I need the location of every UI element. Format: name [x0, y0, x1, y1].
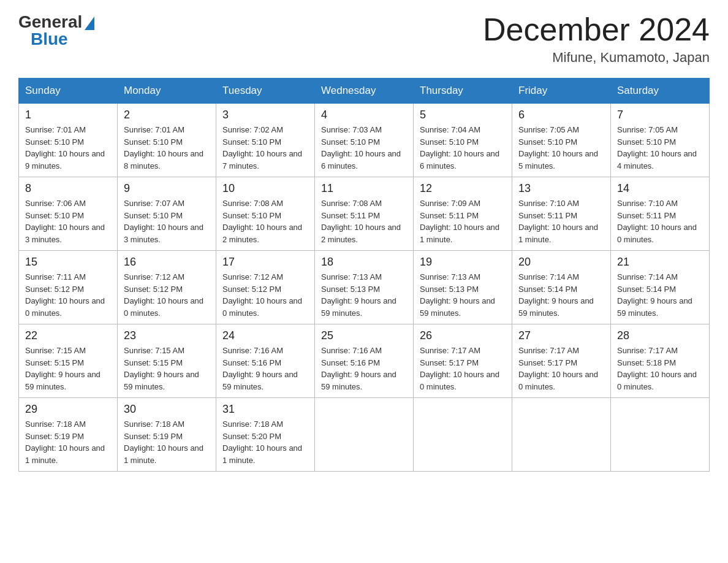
day-number: 19 — [420, 256, 506, 269]
day-info: Sunrise: 7:12 AM Sunset: 5:12 PM Dayligh… — [222, 271, 308, 319]
calendar-week-row: 22 Sunrise: 7:15 AM Sunset: 5:15 PM Dayl… — [19, 324, 710, 398]
day-number: 22 — [25, 329, 111, 342]
calendar-cell: 31 Sunrise: 7:18 AM Sunset: 5:20 PM Dayl… — [216, 398, 315, 472]
day-info: Sunrise: 7:18 AM Sunset: 5:19 PM Dayligh… — [124, 418, 210, 466]
day-info: Sunrise: 7:17 AM Sunset: 5:17 PM Dayligh… — [518, 345, 604, 393]
calendar-cell: 18 Sunrise: 7:13 AM Sunset: 5:13 PM Dayl… — [315, 251, 414, 324]
calendar-week-row: 15 Sunrise: 7:11 AM Sunset: 5:12 PM Dayl… — [19, 251, 710, 324]
page-header: General Blue December 2024 Mifune, Kumam… — [18, 12, 710, 66]
calendar-cell — [611, 398, 710, 472]
day-info: Sunrise: 7:10 AM Sunset: 5:11 PM Dayligh… — [518, 197, 604, 245]
calendar-cell: 14 Sunrise: 7:10 AM Sunset: 5:11 PM Dayl… — [611, 177, 710, 251]
day-number: 12 — [420, 182, 506, 195]
day-info: Sunrise: 7:12 AM Sunset: 5:12 PM Dayligh… — [124, 271, 210, 319]
day-info: Sunrise: 7:09 AM Sunset: 5:11 PM Dayligh… — [420, 197, 506, 245]
calendar-week-row: 1 Sunrise: 7:01 AM Sunset: 5:10 PM Dayli… — [19, 104, 710, 177]
month-year-title: December 2024 — [483, 12, 710, 47]
day-info: Sunrise: 7:05 AM Sunset: 5:10 PM Dayligh… — [518, 124, 604, 172]
calendar-cell: 7 Sunrise: 7:05 AM Sunset: 5:10 PM Dayli… — [611, 104, 710, 177]
calendar-cell — [315, 398, 414, 472]
day-info: Sunrise: 7:15 AM Sunset: 5:15 PM Dayligh… — [124, 345, 210, 393]
day-number: 30 — [124, 403, 210, 416]
weekday-header-friday: Friday — [512, 79, 611, 104]
day-info: Sunrise: 7:08 AM Sunset: 5:11 PM Dayligh… — [321, 197, 407, 245]
calendar-cell: 9 Sunrise: 7:07 AM Sunset: 5:10 PM Dayli… — [118, 177, 216, 251]
day-info: Sunrise: 7:14 AM Sunset: 5:14 PM Dayligh… — [617, 271, 703, 319]
calendar-cell: 26 Sunrise: 7:17 AM Sunset: 5:17 PM Dayl… — [414, 324, 512, 398]
logo: General Blue — [18, 12, 94, 49]
day-info: Sunrise: 7:17 AM Sunset: 5:18 PM Dayligh… — [617, 345, 703, 393]
day-number: 14 — [617, 182, 703, 195]
day-info: Sunrise: 7:18 AM Sunset: 5:20 PM Dayligh… — [222, 418, 308, 466]
day-info: Sunrise: 7:15 AM Sunset: 5:15 PM Dayligh… — [25, 345, 111, 393]
day-number: 16 — [124, 256, 210, 269]
day-number: 6 — [518, 109, 604, 121]
calendar-cell: 5 Sunrise: 7:04 AM Sunset: 5:10 PM Dayli… — [414, 104, 512, 177]
day-info: Sunrise: 7:11 AM Sunset: 5:12 PM Dayligh… — [25, 271, 111, 319]
day-number: 24 — [222, 329, 308, 342]
day-info: Sunrise: 7:16 AM Sunset: 5:16 PM Dayligh… — [321, 345, 407, 393]
day-number: 11 — [321, 182, 407, 195]
day-info: Sunrise: 7:05 AM Sunset: 5:10 PM Dayligh… — [617, 124, 703, 172]
calendar-cell — [512, 398, 611, 472]
day-info: Sunrise: 7:01 AM Sunset: 5:10 PM Dayligh… — [124, 124, 210, 172]
calendar-table: SundayMondayTuesdayWednesdayThursdayFrid… — [18, 78, 710, 472]
calendar-cell: 30 Sunrise: 7:18 AM Sunset: 5:19 PM Dayl… — [118, 398, 216, 472]
day-info: Sunrise: 7:10 AM Sunset: 5:11 PM Dayligh… — [617, 197, 703, 245]
day-number: 9 — [124, 182, 210, 195]
weekday-header-monday: Monday — [118, 79, 216, 104]
day-info: Sunrise: 7:16 AM Sunset: 5:16 PM Dayligh… — [222, 345, 308, 393]
title-block: December 2024 Mifune, Kumamoto, Japan — [483, 12, 710, 66]
calendar-cell: 3 Sunrise: 7:02 AM Sunset: 5:10 PM Dayli… — [216, 104, 315, 177]
weekday-header-tuesday: Tuesday — [216, 79, 315, 104]
day-info: Sunrise: 7:03 AM Sunset: 5:10 PM Dayligh… — [321, 124, 407, 172]
calendar-cell: 20 Sunrise: 7:14 AM Sunset: 5:14 PM Dayl… — [512, 251, 611, 324]
day-info: Sunrise: 7:13 AM Sunset: 5:13 PM Dayligh… — [321, 271, 407, 319]
weekday-header-saturday: Saturday — [611, 79, 710, 104]
calendar-cell: 17 Sunrise: 7:12 AM Sunset: 5:12 PM Dayl… — [216, 251, 315, 324]
day-number: 25 — [321, 329, 407, 342]
calendar-cell: 24 Sunrise: 7:16 AM Sunset: 5:16 PM Dayl… — [216, 324, 315, 398]
day-info: Sunrise: 7:06 AM Sunset: 5:10 PM Dayligh… — [25, 197, 111, 245]
day-number: 10 — [222, 182, 308, 195]
calendar-week-row: 8 Sunrise: 7:06 AM Sunset: 5:10 PM Dayli… — [19, 177, 710, 251]
calendar-cell: 28 Sunrise: 7:17 AM Sunset: 5:18 PM Dayl… — [611, 324, 710, 398]
calendar-cell: 25 Sunrise: 7:16 AM Sunset: 5:16 PM Dayl… — [315, 324, 414, 398]
logo-triangle-icon — [85, 17, 94, 30]
day-number: 13 — [518, 182, 604, 195]
calendar-cell: 2 Sunrise: 7:01 AM Sunset: 5:10 PM Dayli… — [118, 104, 216, 177]
calendar-cell: 16 Sunrise: 7:12 AM Sunset: 5:12 PM Dayl… — [118, 251, 216, 324]
day-number: 29 — [25, 403, 111, 416]
calendar-cell: 10 Sunrise: 7:08 AM Sunset: 5:10 PM Dayl… — [216, 177, 315, 251]
calendar-cell: 13 Sunrise: 7:10 AM Sunset: 5:11 PM Dayl… — [512, 177, 611, 251]
weekday-header-sunday: Sunday — [19, 79, 118, 104]
day-info: Sunrise: 7:18 AM Sunset: 5:19 PM Dayligh… — [25, 418, 111, 466]
day-info: Sunrise: 7:13 AM Sunset: 5:13 PM Dayligh… — [420, 271, 506, 319]
calendar-cell: 27 Sunrise: 7:17 AM Sunset: 5:17 PM Dayl… — [512, 324, 611, 398]
calendar-cell: 11 Sunrise: 7:08 AM Sunset: 5:11 PM Dayl… — [315, 177, 414, 251]
day-number: 8 — [25, 182, 111, 195]
day-number: 31 — [222, 403, 308, 416]
day-number: 4 — [321, 109, 407, 121]
calendar-cell: 23 Sunrise: 7:15 AM Sunset: 5:15 PM Dayl… — [118, 324, 216, 398]
weekday-header-row: SundayMondayTuesdayWednesdayThursdayFrid… — [19, 79, 710, 104]
day-number: 1 — [25, 109, 111, 121]
day-info: Sunrise: 7:01 AM Sunset: 5:10 PM Dayligh… — [25, 124, 111, 172]
day-info: Sunrise: 7:17 AM Sunset: 5:17 PM Dayligh… — [420, 345, 506, 393]
day-number: 18 — [321, 256, 407, 269]
day-number: 26 — [420, 329, 506, 342]
location-subtitle: Mifune, Kumamoto, Japan — [483, 50, 710, 66]
day-number: 23 — [124, 329, 210, 342]
calendar-cell — [414, 398, 512, 472]
day-number: 3 — [222, 109, 308, 121]
day-number: 28 — [617, 329, 703, 342]
calendar-cell: 22 Sunrise: 7:15 AM Sunset: 5:15 PM Dayl… — [19, 324, 118, 398]
calendar-week-row: 29 Sunrise: 7:18 AM Sunset: 5:19 PM Dayl… — [19, 398, 710, 472]
weekday-header-wednesday: Wednesday — [315, 79, 414, 104]
day-number: 21 — [617, 256, 703, 269]
calendar-cell: 1 Sunrise: 7:01 AM Sunset: 5:10 PM Dayli… — [19, 104, 118, 177]
calendar-cell: 29 Sunrise: 7:18 AM Sunset: 5:19 PM Dayl… — [19, 398, 118, 472]
calendar-cell: 12 Sunrise: 7:09 AM Sunset: 5:11 PM Dayl… — [414, 177, 512, 251]
weekday-header-thursday: Thursday — [414, 79, 512, 104]
day-number: 2 — [124, 109, 210, 121]
